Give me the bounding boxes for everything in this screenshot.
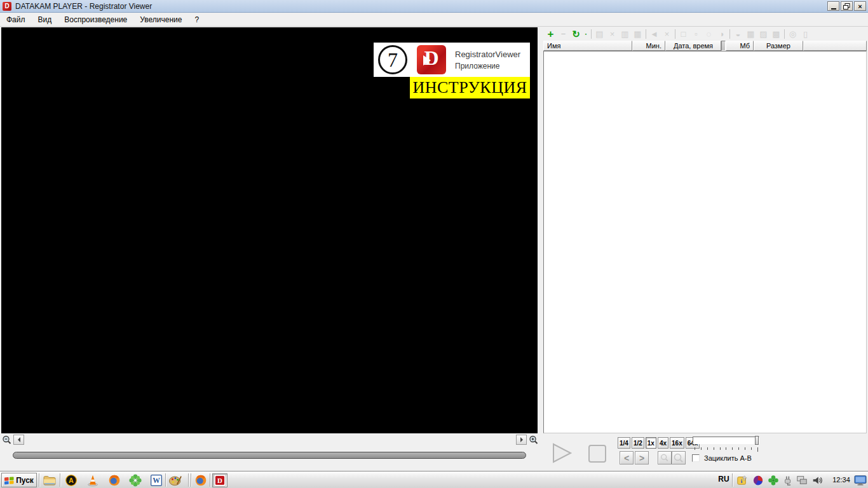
minimize-icon <box>831 8 836 10</box>
menu-zoom[interactable]: Увеличение <box>133 13 188 26</box>
step-forward-button[interactable]: > <box>635 451 649 464</box>
disabled-tool-icon-16: ▯ <box>800 29 811 39</box>
disabled-tool-icon-12: ▦ <box>745 29 756 39</box>
column-splitter[interactable] <box>721 41 726 51</box>
tray-clock[interactable]: 12:34 <box>829 476 854 484</box>
disabled-tool-icon-9: ◌ <box>703 29 714 39</box>
column-empty <box>803 41 867 51</box>
registrator-viewer-logo-icon: D <box>417 45 446 74</box>
quick-launch-firefox-2[interactable] <box>193 473 208 487</box>
show-desktop-icon[interactable] <box>854 474 867 487</box>
close-button[interactable]: × <box>854 1 866 11</box>
quick-launch-aimp[interactable]: A <box>64 473 79 487</box>
disabled-tool-icon-11: ◒ <box>733 29 743 39</box>
refresh-icon[interactable]: ↻ <box>571 29 581 39</box>
play-button[interactable] <box>552 443 573 463</box>
stop-icon <box>589 445 606 462</box>
menu-help[interactable]: ? <box>188 13 205 26</box>
loop-ab-label: Зациклить A-B <box>704 454 752 462</box>
add-files-icon[interactable]: + <box>545 29 556 39</box>
quick-launch-vlc[interactable] <box>85 473 100 487</box>
speed-half-button[interactable]: 1/2 <box>632 437 644 449</box>
restore-icon <box>843 3 850 10</box>
quick-launch-file-explorer[interactable] <box>42 473 57 487</box>
datakam-d-icon: D <box>214 474 226 487</box>
zoom-out-icon[interactable] <box>2 435 12 445</box>
scroll-right-button[interactable] <box>516 435 527 445</box>
disabled-tool-icon-4: ▦ <box>632 29 643 39</box>
column-minutes[interactable]: Мин. <box>632 41 665 51</box>
instruction-banner: ИНСТРУКЦИЯ <box>410 77 530 98</box>
file-toolbar: + − ↻ ▪ ▤ × ▥ ▦ ◄ × □ ▫ ◌ ◑ ◒ ▦ ▨ ▩ ◎ ▯ <box>543 28 867 40</box>
slider-ticks <box>695 447 758 452</box>
zoom-out-button[interactable] <box>658 451 672 464</box>
tray-antivirus-icon[interactable] <box>752 474 764 487</box>
speed-1x-button[interactable]: 1x <box>646 437 656 449</box>
column-name[interactable]: Имя <box>543 41 632 51</box>
taskbar-datakam-player-active[interactable]: D <box>212 473 227 487</box>
zoom-in-icon[interactable] <box>529 435 539 445</box>
zoom-in-button[interactable] <box>672 451 686 464</box>
title-bar: D DATAKAM PLAYER - Registrator Viewer × <box>0 0 868 13</box>
restore-button[interactable] <box>841 1 853 11</box>
playback-controls: 1/4 1/2 1x 4x 16x 64x < > Зациклить A-B <box>543 435 868 470</box>
svg-text:W: W <box>153 477 160 485</box>
menu-file[interactable]: Файл <box>0 13 32 26</box>
stop-button[interactable] <box>588 444 607 463</box>
marker-icon[interactable]: ▪ <box>583 29 588 39</box>
step-badge: 7 <box>378 45 407 74</box>
video-scroll-row <box>0 435 540 446</box>
quick-launch-word[interactable]: W <box>149 473 164 487</box>
slider-thumb[interactable] <box>755 436 759 445</box>
toolbar-separator <box>784 29 785 39</box>
quick-launch-firefox[interactable] <box>107 473 122 487</box>
disabled-tool-icon-8: ▫ <box>691 29 702 39</box>
column-size[interactable]: Размер <box>754 41 803 51</box>
quick-launch-icq[interactable] <box>128 473 143 487</box>
speed-buttons: 1/4 1/2 1x 4x 16x 64x <box>618 437 700 449</box>
folder-icon <box>43 475 57 486</box>
disabled-tool-icon-15: ◎ <box>787 29 798 39</box>
taskbar-separator <box>191 473 192 487</box>
language-indicator[interactable]: RU <box>715 475 732 484</box>
aimp-icon: A <box>65 474 78 487</box>
step-back-button[interactable]: < <box>620 451 634 464</box>
volume-slider[interactable] <box>693 437 759 444</box>
right-arrow-icon <box>520 437 523 442</box>
taskbar-separator <box>210 473 211 487</box>
speed-quarter-button[interactable]: 1/4 <box>618 437 630 449</box>
timeline-position-bar[interactable] <box>13 452 526 459</box>
toolbar-separator <box>729 29 730 39</box>
magnifier-minus-icon <box>660 454 669 463</box>
svg-text:D: D <box>217 477 222 484</box>
quick-launch-paint[interactable] <box>168 473 183 487</box>
column-datetime[interactable]: Дата, время <box>665 41 721 51</box>
tray-network-icon[interactable] <box>796 474 808 487</box>
column-mb[interactable]: Мб <box>726 41 754 51</box>
menu-view[interactable]: Вид <box>32 13 58 26</box>
magnifier-plus-icon <box>674 453 684 463</box>
start-label: Пуск <box>16 476 34 485</box>
scroll-left-button[interactable] <box>13 435 24 445</box>
start-button[interactable]: Пуск <box>1 473 37 487</box>
speed-16x-button[interactable]: 16x <box>670 437 684 449</box>
loop-ab-checkbox[interactable] <box>692 454 700 462</box>
disabled-tool-icon-5: ◄ <box>649 29 660 39</box>
vlc-cone-icon <box>86 474 99 487</box>
tray-clover-icon[interactable] <box>767 474 780 487</box>
speed-4x-button[interactable]: 4x <box>658 437 668 449</box>
video-display[interactable]: 7 D RegistratorViewer Приложение ИНСТРУК… <box>1 27 538 433</box>
remove-files-icon[interactable]: − <box>558 29 569 39</box>
menu-bar: Файл Вид Воспроизведение Увеличение ? <box>0 13 868 27</box>
minimize-button[interactable] <box>827 1 839 11</box>
svg-text:A: A <box>69 477 74 484</box>
window-title: DATAKAM PLAYER - Registrator Viewer <box>15 2 152 11</box>
tray-power-plug-icon[interactable] <box>782 474 794 487</box>
icq-flower-icon <box>129 474 142 487</box>
menu-playback[interactable]: Воспроизведение <box>58 13 133 26</box>
tray-volume-icon[interactable] <box>811 474 824 487</box>
taskbar-separator <box>60 473 61 487</box>
windows-logo-icon <box>4 476 14 485</box>
file-list[interactable] <box>543 51 867 433</box>
tray-updates-icon[interactable]: i <box>736 474 749 487</box>
